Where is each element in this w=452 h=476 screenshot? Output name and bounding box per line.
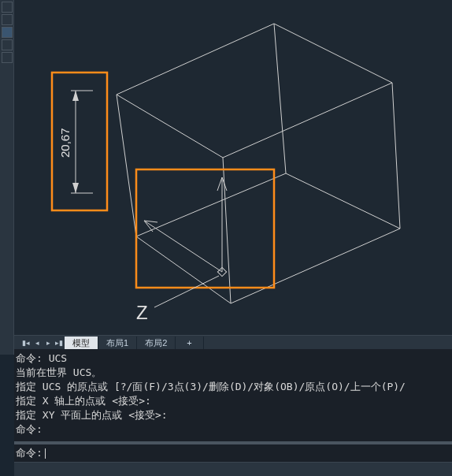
cmd-line: 命令: bbox=[16, 422, 450, 437]
svg-line-8 bbox=[117, 95, 136, 236]
svg-line-10 bbox=[392, 83, 400, 229]
svg-line-5 bbox=[274, 24, 392, 83]
command-input[interactable] bbox=[46, 448, 452, 459]
tab-layout2[interactable]: 布局2 bbox=[137, 337, 176, 349]
tab-model[interactable]: 模型 bbox=[65, 337, 98, 349]
svg-marker-13 bbox=[72, 91, 79, 101]
tab-layout1[interactable]: 布局1 bbox=[98, 337, 137, 349]
svg-line-0 bbox=[136, 173, 286, 236]
cmd-line: 命令: UCS bbox=[16, 351, 450, 366]
tab-nav-prev-icon[interactable]: ◂ bbox=[31, 337, 43, 348]
command-history: 命令: UCS 当前在世界 UCS。 指定 UCS 的原点或 [?/面(F)/3… bbox=[14, 349, 452, 442]
cmd-line: 指定 UCS 的原点或 [?/面(F)/3点(3)/删除(D)/对象(OB)/原… bbox=[16, 380, 450, 394]
tab-add[interactable]: + bbox=[176, 337, 203, 349]
tool-btn-3[interactable] bbox=[2, 27, 13, 38]
tab-nav-next-icon[interactable]: ▸ bbox=[43, 337, 54, 348]
layout-tabs: ▮◂ ◂ ▸ ▸▮ 模型 布局1 布局2 + bbox=[14, 335, 452, 349]
svg-line-11 bbox=[223, 158, 231, 303]
tool-btn-1[interactable] bbox=[2, 2, 13, 13]
cmd-line: 指定 X 轴上的点或 <接受>: bbox=[16, 394, 450, 408]
tool-btn-2[interactable] bbox=[2, 14, 13, 25]
tab-nav-first-icon[interactable]: ▮◂ bbox=[20, 337, 31, 348]
tab-nav-last-icon[interactable]: ▸▮ bbox=[54, 337, 65, 348]
dimension-text: 20,67 bbox=[58, 128, 72, 158]
cmd-line: 指定 XY 平面上的点或 <接受>: bbox=[16, 408, 450, 422]
tool-btn-5[interactable] bbox=[2, 52, 13, 63]
svg-line-4 bbox=[117, 24, 274, 95]
command-prompt: 命令: bbox=[16, 446, 43, 460]
svg-line-7 bbox=[117, 95, 223, 158]
status-bar bbox=[14, 462, 452, 476]
svg-line-24 bbox=[154, 276, 219, 307]
svg-line-20 bbox=[144, 221, 222, 272]
cmd-line: 当前在世界 UCS。 bbox=[16, 366, 450, 380]
svg-line-9 bbox=[274, 24, 286, 173]
svg-line-2 bbox=[231, 229, 400, 303]
svg-line-6 bbox=[223, 83, 392, 158]
left-toolbar bbox=[0, 0, 14, 355]
svg-line-1 bbox=[286, 173, 400, 229]
command-input-row: 命令: bbox=[14, 444, 452, 462]
svg-line-18 bbox=[217, 177, 222, 191]
svg-marker-14 bbox=[72, 183, 79, 193]
drawing-viewport[interactable]: 20,67 Z bbox=[14, 0, 452, 335]
ucs-z-label: Z bbox=[136, 302, 148, 323]
tool-btn-4[interactable] bbox=[2, 39, 13, 50]
svg-line-22 bbox=[144, 221, 153, 232]
